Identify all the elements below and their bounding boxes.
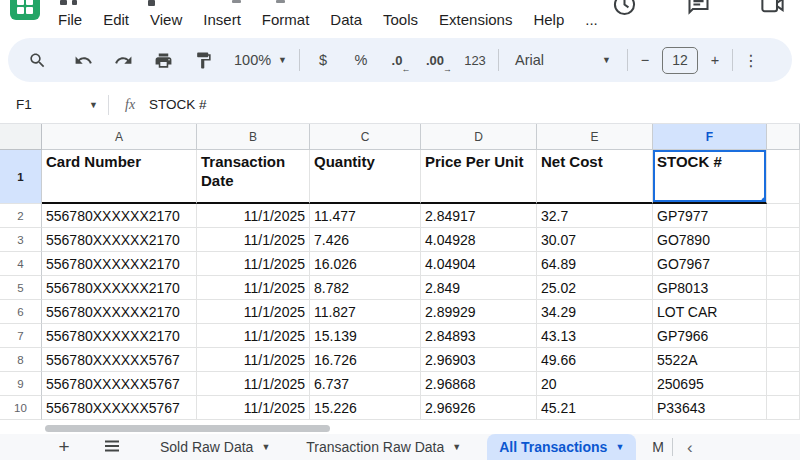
video-call-icon[interactable] <box>759 0 786 18</box>
row-number-7[interactable]: 7 <box>0 324 42 348</box>
menu-help[interactable]: Help <box>533 9 564 31</box>
cell-f5[interactable]: GP8013 <box>653 276 767 300</box>
number-format-button[interactable]: 123 <box>458 44 492 76</box>
cell-f10[interactable]: P33643 <box>653 396 767 420</box>
cell-a8[interactable]: 556780XXXXXX5767 <box>42 348 197 372</box>
cell-g2[interactable] <box>767 204 800 228</box>
cell-a1[interactable]: Card Number <box>42 150 197 204</box>
cell-a7[interactable]: 556780XXXXXX2170 <box>42 324 197 348</box>
cell-b5[interactable]: 11/1/2025 <box>197 276 310 300</box>
cell-b9[interactable]: 11/1/2025 <box>197 372 310 396</box>
cell-c10[interactable]: 15.226 <box>310 396 421 420</box>
menu-tools[interactable]: Tools <box>383 9 418 31</box>
cell-a5[interactable]: 556780XXXXXX2170 <box>42 276 197 300</box>
horizontal-scrollbar-thumb[interactable] <box>45 425 330 432</box>
cell-d4[interactable]: 4.04904 <box>421 252 537 276</box>
cell-e2[interactable]: 32.7 <box>537 204 653 228</box>
more-options-button[interactable]: ⋮ <box>739 44 763 76</box>
cell-b10[interactable]: 11/1/2025 <box>197 396 310 420</box>
cell-d5[interactable]: 2.849 <box>421 276 537 300</box>
chevron-down-icon[interactable]: ▼ <box>615 442 624 452</box>
font-family-select[interactable]: Arial ▼ <box>505 44 621 76</box>
row-number-1[interactable]: 1 <box>0 150 42 204</box>
increase-font-size-button[interactable]: + <box>704 44 726 76</box>
version-history-icon[interactable] <box>611 0 638 18</box>
sheet-tab-sold-raw-data[interactable]: Sold Raw Data ▼ <box>148 434 282 460</box>
cell-e7[interactable]: 43.13 <box>537 324 653 348</box>
row-number-2[interactable]: 2 <box>0 204 42 228</box>
cell-b7[interactable]: 11/1/2025 <box>197 324 310 348</box>
cell-d3[interactable]: 4.04928 <box>421 228 537 252</box>
column-header-a[interactable]: A <box>42 124 197 150</box>
row-number-10[interactable]: 10 <box>0 396 42 420</box>
fill-handle[interactable] <box>761 197 767 204</box>
cell-c6[interactable]: 11.827 <box>310 300 421 324</box>
add-sheet-button[interactable]: + <box>52 436 76 458</box>
increase-decimal-button[interactable]: .00→ <box>420 44 454 76</box>
menu-data[interactable]: Data <box>330 9 362 31</box>
percent-format-button[interactable]: % <box>344 44 378 76</box>
cell-a4[interactable]: 556780XXXXXX2170 <box>42 252 197 276</box>
cell-b8[interactable]: 11/1/2025 <box>197 348 310 372</box>
column-header-e[interactable]: E <box>537 124 653 150</box>
cell-a10[interactable]: 556780XXXXXX5767 <box>42 396 197 420</box>
cell-e3[interactable]: 30.07 <box>537 228 653 252</box>
cell-c8[interactable]: 16.726 <box>310 348 421 372</box>
undo-button[interactable] <box>66 44 100 76</box>
row-number-4[interactable]: 4 <box>0 252 42 276</box>
cell-c7[interactable]: 15.139 <box>310 324 421 348</box>
cell-f8[interactable]: 5522A <box>653 348 767 372</box>
cell-g10[interactable] <box>767 396 800 420</box>
menu-extensions[interactable]: Extensions <box>439 9 512 31</box>
cell-e8[interactable]: 49.66 <box>537 348 653 372</box>
cell-f7[interactable]: GP7966 <box>653 324 767 348</box>
column-header-b[interactable]: B <box>197 124 310 150</box>
cell-d8[interactable]: 2.96903 <box>421 348 537 372</box>
row-number-6[interactable]: 6 <box>0 300 42 324</box>
cell-a2[interactable]: 556780XXXXXX2170 <box>42 204 197 228</box>
cell-d7[interactable]: 2.84893 <box>421 324 537 348</box>
column-header-c[interactable]: C <box>310 124 421 150</box>
cell-g1[interactable] <box>767 150 800 204</box>
cell-c5[interactable]: 8.782 <box>310 276 421 300</box>
all-sheets-button[interactable] <box>100 439 124 456</box>
cell-c1[interactable]: Quantity <box>310 150 421 204</box>
cell-c4[interactable]: 16.026 <box>310 252 421 276</box>
cell-f6[interactable]: LOT CAR <box>653 300 767 324</box>
font-size-input[interactable]: 12 <box>662 47 698 74</box>
cell-d1[interactable]: Price Per Unit <box>421 150 537 204</box>
cell-d2[interactable]: 2.84917 <box>421 204 537 228</box>
cell-g9[interactable] <box>767 372 800 396</box>
zoom-select[interactable]: 100% ▼ <box>228 44 293 76</box>
select-all-corner[interactable] <box>0 124 42 150</box>
search-button[interactable] <box>20 44 54 76</box>
sheet-tab-all-transactions-active[interactable]: All Transactions ▼ <box>487 434 636 460</box>
paint-format-button[interactable] <box>186 44 220 76</box>
formula-input[interactable]: STOCK # <box>149 97 207 112</box>
cell-e1[interactable]: Net Cost <box>537 150 653 204</box>
cell-f3[interactable]: GO7890 <box>653 228 767 252</box>
cell-f9[interactable]: 250695 <box>653 372 767 396</box>
print-button[interactable] <box>146 44 180 76</box>
sheets-logo-icon[interactable] <box>10 0 40 20</box>
cell-c3[interactable]: 7.426 <box>310 228 421 252</box>
currency-format-button[interactable]: $ <box>306 44 340 76</box>
chevron-down-icon[interactable]: ▼ <box>261 442 270 452</box>
menu-file[interactable]: File <box>58 9 82 31</box>
row-number-5[interactable]: 5 <box>0 276 42 300</box>
cell-e5[interactable]: 25.02 <box>537 276 653 300</box>
column-header-f-selected[interactable]: F <box>653 124 767 150</box>
cell-g7[interactable] <box>767 324 800 348</box>
cell-a3[interactable]: 556780XXXXXX2170 <box>42 228 197 252</box>
cell-b2[interactable]: 11/1/2025 <box>197 204 310 228</box>
cell-b6[interactable]: 11/1/2025 <box>197 300 310 324</box>
cell-e9[interactable]: 20 <box>537 372 653 396</box>
cell-g8[interactable] <box>767 348 800 372</box>
cell-e10[interactable]: 45.21 <box>537 396 653 420</box>
cell-d9[interactable]: 2.96868 <box>421 372 537 396</box>
row-number-9[interactable]: 9 <box>0 372 42 396</box>
cell-b1[interactable]: Transaction Date <box>197 150 310 204</box>
menu-edit[interactable]: Edit <box>103 9 129 31</box>
menu-view[interactable]: View <box>150 9 182 31</box>
sheet-tab-transaction-raw-data[interactable]: Transaction Raw Data ▼ <box>294 434 473 460</box>
